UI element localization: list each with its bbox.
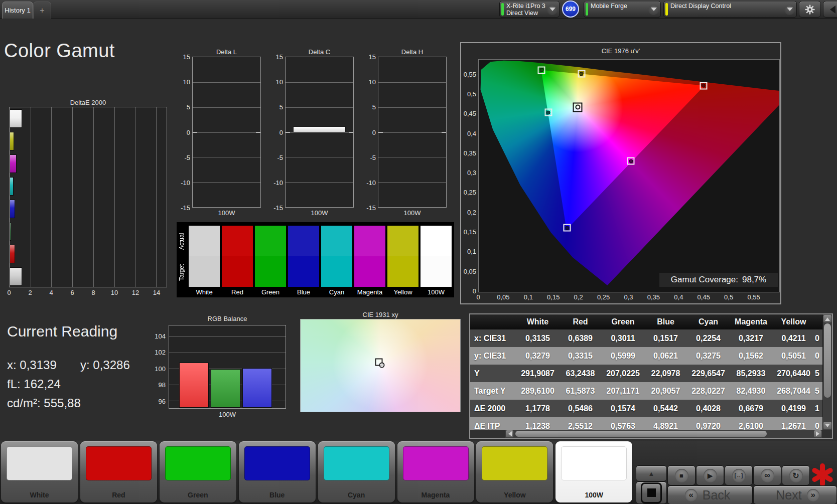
row-label: y: CIE31 (470, 352, 516, 361)
column-header-red: Red (559, 314, 602, 329)
page-title: Color Gamut (4, 40, 115, 62)
table-cell: 0,4211 (772, 334, 815, 343)
delta-y-tick: -5 (356, 154, 376, 161)
delta-y-tick: 10 (263, 78, 283, 86)
collapse-panel-button[interactable] (823, 1, 837, 18)
back-button[interactable]: « Back (667, 485, 753, 504)
delta-gridline (378, 107, 446, 108)
horizontal-scroll-thumb[interactable] (515, 431, 767, 437)
actual-swatch (321, 226, 352, 256)
next-button-label: Next (776, 488, 801, 502)
stop-button[interactable]: ■ (667, 465, 695, 485)
play-button[interactable]: ▶ (696, 465, 724, 485)
table-cell: 0,3315 (559, 352, 602, 361)
cie-x-tick: 0,2 (574, 293, 583, 301)
swatch-label: White (189, 288, 220, 296)
delta-chart-title: Delta L (192, 48, 261, 56)
display-control-dropdown[interactable]: Direct Display Control (663, 1, 797, 18)
deltae-bar-row (10, 198, 167, 220)
history-tab[interactable]: History 1 (2, 2, 33, 19)
patch-button-red[interactable]: Red (80, 441, 157, 502)
reading-count-badge[interactable]: 699 (562, 1, 579, 18)
rgb-y-tick: 104 (149, 332, 166, 340)
deltae-bar-cyan (10, 177, 14, 196)
table-cell: 1,1778 (516, 404, 559, 413)
meter-dropdown[interactable]: X-Rite i1Pro 3Direct View (499, 1, 560, 18)
cie-x-tick: 0,5 (724, 293, 733, 301)
table-cell-partial: 5 (815, 387, 823, 396)
current-reading-title: Current Reading (7, 323, 117, 340)
loop-button[interactable]: ∞ (753, 465, 781, 485)
deltae-x-tick: 14 (153, 289, 160, 296)
patch-label: Cyan (318, 491, 395, 499)
refresh-button[interactable]: ↻ (782, 465, 810, 485)
pattern-up-button[interactable]: ▲ (636, 465, 667, 481)
patch-button-yellow[interactable]: Yellow (476, 441, 553, 502)
scroll-left-button[interactable] (506, 430, 513, 437)
next-button[interactable]: Next » (753, 485, 837, 504)
table-vertical-scrollbar[interactable] (822, 314, 832, 430)
patch-label: Green (160, 491, 236, 499)
cie-y-tick: 0,05 (461, 268, 476, 275)
table-cell: 0,5442 (644, 404, 687, 413)
chevron-double-right-icon: » (807, 489, 819, 501)
deltae-x-tick: 4 (49, 289, 53, 296)
cie-marker-yellow (578, 70, 585, 78)
delta-y-tick: 10 (356, 78, 376, 86)
app-window: History 1 + X-Rite i1Pro 3Direct View 69… (0, 0, 837, 504)
table-horizontal-scrollbar[interactable] (505, 430, 822, 438)
delta-y-tick: -5 (170, 154, 190, 161)
pattern-window-button[interactable] (636, 481, 667, 504)
delta-y-tick: 5 (263, 103, 283, 111)
add-tab-button[interactable]: + (33, 2, 51, 19)
plus-icon: + (40, 6, 44, 15)
step-interval-button[interactable]: [↔] (725, 465, 753, 485)
meter-dropdown-label: X-Rite i1Pro 3Direct View (506, 3, 545, 17)
table-cell: 0,9720 (687, 422, 730, 430)
triangle-up-icon: ▲ (648, 470, 655, 477)
target-swatch (255, 256, 286, 287)
deltae-chart (9, 107, 167, 287)
rgb-y-tick: 102 (149, 349, 166, 356)
delta-gridline (286, 107, 353, 108)
cie-x-tick: 0,3 (624, 293, 633, 301)
cie-marker-green (538, 66, 545, 74)
scroll-down-button[interactable] (823, 422, 831, 429)
settings-button[interactable] (799, 1, 821, 18)
deltae-bar-green (10, 222, 11, 241)
infinity-icon: ∞ (761, 469, 774, 482)
table-cell-partial: 5 (815, 369, 823, 378)
patch-button-magenta[interactable]: Magenta (397, 441, 474, 502)
scroll-up-button[interactable] (823, 315, 831, 322)
cie-x-tick: 0,1 (524, 293, 533, 301)
actual-swatch (255, 226, 286, 256)
display-control-dropdown-label: Direct Display Control (670, 3, 731, 10)
cie-y-tick: 0,35 (461, 149, 476, 157)
delta-y-tick: -15 (263, 204, 283, 212)
patch-swatch (482, 446, 547, 480)
deltae-bar-row (10, 152, 167, 175)
delta-gridline (378, 182, 446, 183)
delta-chart-delta-l (192, 57, 261, 208)
delta-chart-title: Delta H (378, 48, 447, 56)
table-cell: 0,5763 (602, 422, 644, 430)
patch-button-100w[interactable]: 100W (555, 441, 632, 502)
swatch-column-yellow: Yellow (387, 226, 418, 296)
table-cell: 22,0978 (644, 369, 687, 378)
cie-marker-cyan (544, 109, 552, 116)
patch-button-cyan[interactable]: Cyan (318, 441, 395, 502)
table-cell-partial: 0 (815, 334, 823, 343)
table-cell: 85,2933 (730, 369, 772, 378)
vertical-scroll-thumb[interactable] (824, 323, 831, 398)
cie1931-title: CIE 1931 xy (300, 311, 461, 318)
cie-y-tick: 0,5 (461, 90, 476, 98)
scroll-right-button[interactable] (814, 430, 821, 437)
source-dropdown[interactable]: Mobile Forge (584, 1, 661, 18)
delta-y-tick: -10 (170, 179, 190, 187)
rgb-y-tick: 96 (149, 398, 166, 405)
patch-button-white[interactable]: White (1, 441, 78, 502)
patch-button-green[interactable]: Green (160, 441, 236, 502)
patch-button-blue[interactable]: Blue (239, 441, 316, 502)
deltae-bar-magenta (10, 154, 17, 173)
current-reading-x: x: 0,3139 (7, 358, 57, 372)
